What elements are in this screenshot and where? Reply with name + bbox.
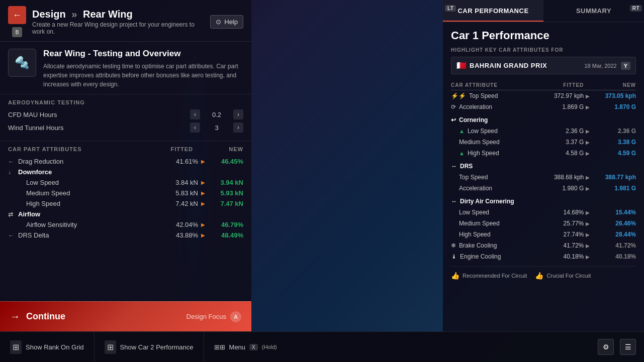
perf-highlight-label: HIGHLIGHT KEY CAR ATTRIBUTES FOR	[451, 47, 636, 53]
a-badge: A	[230, 311, 241, 322]
menu-button[interactable]: ⊞⊞ Menu X (Hold)	[204, 343, 287, 351]
drs-delta-icon: ←	[8, 232, 18, 239]
show-rank-button[interactable]: ⊞ Show Rank On Grid	[0, 332, 95, 362]
help-button[interactable]: ⊙ Help	[210, 15, 243, 29]
downforce-low-new: 3.94 kN	[208, 179, 243, 186]
cfd-decrease[interactable]: ‹	[190, 109, 200, 119]
drag-fitted: 41.61%	[153, 158, 198, 165]
bottom-right-icons: ⚙ ☰	[598, 339, 644, 355]
drag-new: 46.45%	[208, 158, 243, 165]
show-rank-label: Show Rank On Grid	[26, 343, 84, 351]
cornering-cat-row: ↩ Cornering	[451, 112, 636, 126]
dirty-air-low-row: Low Speed 14.68% ▶ 15.44%	[451, 207, 636, 218]
cornering-med-new: 3.38 G	[592, 137, 636, 148]
settings-button[interactable]: ⚙	[598, 339, 614, 355]
cornering-med-row: Medium Speed 3.37 G ▶ 3.38 G	[451, 137, 636, 148]
legend-row: 👍 Recommended For Circuit 👍 Crucial For …	[451, 266, 636, 285]
left-panel: ← B Design » Rear Wing Create a new Rear…	[0, 0, 251, 331]
cornering-low-label: ▲ Low Speed	[451, 126, 541, 137]
attr-col-label: CAR PART ATTRIBUTES	[8, 146, 148, 152]
cornering-low-new: 2.36 G	[592, 126, 636, 137]
top-speed-icon: ⚡⚡	[451, 92, 466, 99]
header-subtitle: Create a new Rear Wing design project fo…	[32, 21, 204, 35]
downforce-high-fitted: 7.42 kN	[153, 200, 198, 207]
col-fitted-header: FITTED	[541, 80, 584, 90]
show-car2-button[interactable]: ⊞ Show Car 2 Performance	[95, 332, 204, 362]
continue-button[interactable]: → Continue Design Focus A	[0, 301, 251, 331]
wing-icon: 🔩	[8, 49, 36, 77]
wind-label: Wind Tunnel Hours	[8, 124, 190, 132]
show-car2-label: Show Car 2 Performance	[120, 343, 194, 351]
cfd-ctrl: ‹ 0.2 ›	[190, 109, 243, 119]
downforce-low-fitted: 3.84 kN	[153, 179, 198, 186]
drag-label: Drag Reduction	[18, 158, 153, 165]
airflow-sens-row: Airflow Sensitivity 42.04% ▶ 46.79%	[8, 219, 243, 230]
bottom-bar: ⊞ Show Rank On Grid ⊞ Show Car 2 Perform…	[0, 331, 644, 362]
dirty-air-high-fitted: 27.74%	[541, 229, 584, 240]
drs-accel-new: 1.981 G	[592, 183, 636, 194]
top-speed-new: 373.05 kph	[592, 90, 636, 102]
design-focus: Design Focus A	[187, 311, 241, 322]
dirty-air-label: ↔ Dirty Air Cornering	[451, 194, 541, 207]
col-attribute-header: CAR ATTRIBUTE	[451, 80, 541, 90]
tab-badge-rt: RT	[630, 5, 642, 12]
cornering-med-label: Medium Speed	[451, 137, 541, 148]
cfd-increase[interactable]: ›	[233, 109, 243, 119]
downforce-row: ↓ Downforce	[8, 167, 243, 177]
wind-decrease[interactable]: ‹	[190, 123, 200, 133]
drs-delta-fitted: 43.88%	[153, 231, 198, 239]
airflow-row: ⇄ Airflow	[8, 209, 243, 219]
engine-cooling-new: 40.18%	[592, 251, 636, 262]
drs-accel-fitted: 1.980 G	[541, 183, 584, 194]
crucial-icon: 👍	[535, 272, 543, 280]
drs-top-speed-fitted: 388.68 kph	[541, 172, 584, 183]
downforce-label: Downforce	[18, 168, 153, 176]
circuit-flag: 🇧🇭	[456, 61, 467, 70]
wind-increase[interactable]: ›	[233, 123, 243, 133]
section-desc: Allocate aerodynamic testing time to opt…	[43, 62, 243, 89]
y-badge: Y	[621, 62, 630, 70]
airflow-label: Airflow	[18, 210, 153, 218]
aero-testing-section: AERODYNAMIC TESTING CFD MAU Hours ‹ 0.2 …	[0, 94, 251, 141]
car-part-attrs: CAR PART ATTRIBUTES FITTED NEW ← Drag Re…	[0, 141, 251, 246]
corner-low-badge: ▲	[459, 128, 465, 134]
accel-icon: ⟳	[451, 103, 456, 110]
attr-col-new: NEW	[203, 146, 243, 152]
help-icon: ⊙	[216, 18, 221, 26]
perf-table: CAR ATTRIBUTE FITTED NEW ⚡⚡ Top Speed 37…	[451, 80, 636, 262]
perf-title: Car 1 Performance	[451, 29, 636, 42]
engine-cooling-label: 🌡 Engine Cooling	[451, 251, 541, 262]
header: ← B Design » Rear Wing Create a new Rear…	[0, 0, 251, 42]
downforce-med-label: Medium Speed	[26, 189, 153, 197]
crucial-label: Crucial For Circuit	[546, 273, 591, 279]
dirty-air-low-label: Low Speed	[451, 207, 541, 218]
attrs-header: CAR PART ATTRIBUTES FITTED NEW	[8, 146, 243, 152]
drs-top-speed-label: Top Speed	[451, 172, 541, 183]
wind-value: 3	[204, 124, 229, 132]
tab-summary[interactable]: SUMMARY RT	[543, 0, 644, 22]
downforce-low-row: Low Speed 3.84 kN ▶ 3.94 kN	[8, 177, 243, 188]
dirty-air-high-row: High Speed 27.74% ▶ 28.44%	[451, 229, 636, 240]
circuit-date: 18 Mar, 2022	[584, 63, 616, 69]
dirty-air-med-new: 26.46%	[592, 218, 636, 229]
top-speed-fitted: 372.97 kph	[541, 90, 584, 102]
downforce-med-new: 5.93 kN	[208, 189, 243, 197]
brake-cooling-label: ❄ Brake Cooling	[451, 240, 541, 251]
brake-cooling-new: 41.72%	[592, 240, 636, 251]
top-speed-row: ⚡⚡ Top Speed 372.97 kph ▶ 373.05 kph	[451, 90, 636, 102]
cfd-value: 0.2	[204, 111, 229, 118]
wind-ctrl: ‹ 3 ›	[190, 123, 243, 133]
perf-tabs: LT CAR PERFORMANCE SUMMARY RT	[443, 0, 644, 22]
cornering-high-row: ▲ High Speed 4.58 G ▶ 4.59 G	[451, 148, 636, 159]
section-header: 🔩 Rear Wing - Testing and Overview Alloc…	[0, 42, 251, 94]
cornering-low-row: ▲ Low Speed 2.36 G ▶ 2.36 G	[451, 126, 636, 137]
drag-reduction-row: ← Drag Reduction 41.61% ▶ 46.45%	[8, 156, 243, 167]
drag-icon: ←	[8, 158, 18, 165]
downforce-med-row: Medium Speed 5.83 kN ▶ 5.93 kN	[8, 188, 243, 198]
list-button[interactable]: ☰	[620, 339, 636, 355]
dirty-air-med-row: Medium Speed 25.77% ▶ 26.46%	[451, 218, 636, 229]
back-button[interactable]: ←	[8, 6, 26, 24]
section-title: Rear Wing - Testing and Overview	[43, 49, 243, 59]
grid-icon: ⊞⊞	[214, 343, 225, 351]
tab-car-performance[interactable]: LT CAR PERFORMANCE	[443, 0, 543, 22]
